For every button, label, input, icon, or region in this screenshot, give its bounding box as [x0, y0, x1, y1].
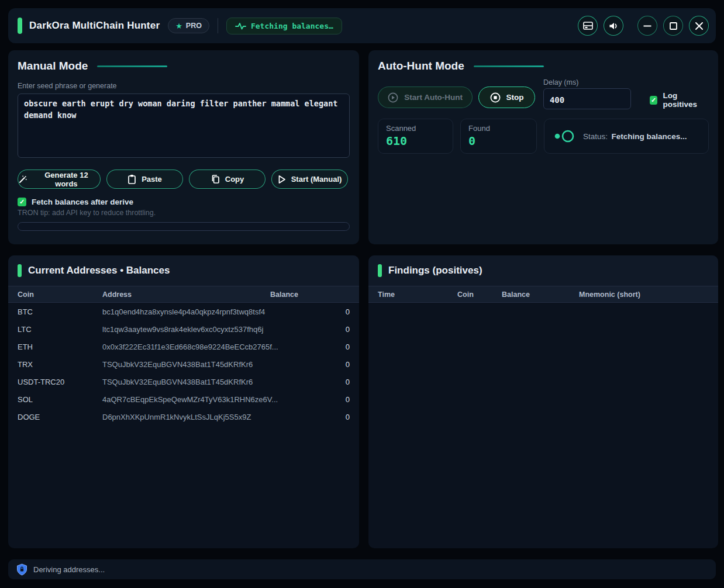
- maximize-button[interactable]: [663, 16, 683, 36]
- findings-header: Findings (positives): [368, 255, 718, 286]
- volume-icon: [609, 22, 619, 30]
- auto-hunt-panel: Auto-Hunt Mode Start Auto-Hunt Stop Dela…: [368, 50, 718, 244]
- close-icon: [695, 22, 703, 30]
- paste-button[interactable]: Paste: [106, 170, 183, 189]
- addresses-panel: Current Addresses • Balances Coin Addres…: [8, 255, 359, 548]
- table-row: TRX TSQuJbkV32EquBGVN438Bat1T45dKRfKr6 0: [8, 355, 359, 373]
- shield-lock-icon: [16, 563, 27, 576]
- circle-stop-icon: [490, 92, 501, 103]
- seed-phrase-textarea[interactable]: [18, 94, 350, 158]
- address-cell: ltc1qw3aaytew9vs8rak4eklev6xc0cyxtz537fh…: [102, 325, 270, 334]
- coin-cell: BTC: [18, 307, 102, 316]
- clipboard-icon: [127, 174, 136, 184]
- coin-cell: SOL: [18, 395, 102, 404]
- start-auto-hunt-label: Start Auto-Hunt: [404, 93, 463, 102]
- scanned-stat-card: Scanned 610: [378, 119, 453, 154]
- circle-play-icon: [388, 92, 398, 103]
- coin-cell: TRX: [18, 360, 102, 369]
- seed-phrase-label: Enter seed phrase or generate: [18, 82, 350, 90]
- pulse-icon: [235, 22, 246, 30]
- address-cell: D6pnXhXKpUnmR1kNvykLtSsJLqKj5S5x9Z: [102, 413, 270, 421]
- balance-cell: 0: [270, 413, 350, 421]
- window-controls: [578, 16, 709, 36]
- coin-cell: ETH: [18, 343, 102, 351]
- col-mnemonic: Mnemonic (short): [579, 290, 709, 299]
- table-row: SOL 4aQR7cBEqpEkSpeQewMZr4TyV63k1RHN6ze6…: [8, 390, 359, 408]
- findings-title: Findings (positives): [388, 265, 482, 276]
- pro-badge: ★ PRO: [168, 18, 209, 33]
- fetch-balances-checkbox[interactable]: ✓: [18, 198, 26, 206]
- title-accent-bar: [18, 18, 22, 34]
- section-accent-bar: [378, 264, 382, 277]
- start-manual-label: Start (Manual): [291, 175, 342, 184]
- sound-button[interactable]: [604, 16, 623, 36]
- address-cell: bc1q0end4hza8xynsle4p4a0qkpz4rpnf3twq8ts…: [102, 307, 270, 316]
- copy-label: Copy: [225, 175, 244, 184]
- findings-table-header: Time Coin Balance Mnemonic (short): [368, 286, 718, 303]
- col-balance: Balance: [270, 290, 350, 299]
- statusbar: Deriving addresses...: [8, 559, 716, 579]
- manual-mode-panel: Manual Mode Enter seed phrase or generat…: [8, 50, 359, 244]
- table-row: BTC bc1q0end4hza8xynsle4p4a0qkpz4rpnf3tw…: [8, 303, 359, 320]
- heading-underline: [97, 65, 167, 67]
- magic-wand-icon: [18, 175, 27, 184]
- balance-cell: 0: [270, 343, 350, 351]
- manual-mode-title: Manual Mode: [18, 60, 88, 72]
- table-row: ETH 0x0x3f222Ec31f1e3Ed668c98e9224BeECcb…: [8, 338, 359, 355]
- coin-cell: LTC: [18, 325, 102, 334]
- coin-cell: DOGE: [18, 413, 102, 421]
- start-manual-button[interactable]: Start (Manual): [271, 170, 348, 189]
- statusbar-text: Deriving addresses...: [33, 565, 105, 574]
- play-icon: [278, 175, 286, 184]
- fetch-balances-label: Fetch balances after derive: [32, 198, 133, 206]
- found-value: 0: [468, 134, 529, 148]
- found-stat-card: Found 0: [460, 119, 537, 154]
- balance-cell: 0: [270, 307, 350, 316]
- scanned-label: Scanned: [386, 124, 445, 133]
- status-card: Status: Fetching balances...: [544, 119, 709, 154]
- minimize-button[interactable]: [637, 16, 657, 36]
- minimize-icon: [643, 25, 651, 27]
- table-row: DOGE D6pnXhXKpUnmR1kNvykLtSsJLqKj5S5x9Z …: [8, 408, 359, 426]
- stop-label: Stop: [506, 93, 524, 102]
- col-coin: Coin: [18, 290, 102, 299]
- generate-words-button[interactable]: Generate 12 words: [18, 170, 101, 189]
- address-cell: 0x0x3f222Ec31f1e3Ed668c98e9224BeECcb2765…: [102, 343, 270, 351]
- delay-label: Delay (ms): [543, 78, 631, 87]
- balance-cell: 0: [270, 378, 350, 386]
- coin-cell: USDT-TRC20: [18, 378, 102, 386]
- spinner-icon: [554, 129, 575, 144]
- balance-cell: 0: [270, 360, 350, 369]
- addresses-header: Current Addresses • Balances: [8, 255, 359, 286]
- copy-icon: [211, 174, 220, 184]
- panel-toggle-button[interactable]: [578, 16, 598, 36]
- address-cell: 4aQR7cBEqpEkSpeQewMZr4TyV63k1RHN6ze6V...: [102, 395, 270, 404]
- maximize-icon: [670, 22, 677, 30]
- status-value: Fetching balances...: [611, 132, 687, 141]
- copy-button[interactable]: Copy: [189, 170, 266, 189]
- table-row: USDT-TRC20 TSQuJbkV32EquBGVN438Bat1T45dK…: [8, 373, 359, 390]
- col-time: Time: [378, 290, 457, 299]
- api-key-input[interactable]: [18, 222, 350, 231]
- log-positives-checkbox[interactable]: ✓: [650, 96, 658, 105]
- address-cell: TSQuJbkV32EquBGVN438Bat1T45dKRfKr6: [102, 360, 270, 369]
- address-cell: TSQuJbkV32EquBGVN438Bat1T45dKRfKr6: [102, 378, 270, 386]
- heading-underline: [474, 65, 544, 67]
- close-button[interactable]: [689, 16, 709, 36]
- start-auto-hunt-button[interactable]: Start Auto-Hunt: [378, 87, 473, 108]
- log-positives-label: Log positives: [663, 91, 709, 109]
- addresses-title: Current Addresses • Balances: [28, 265, 170, 276]
- star-icon: ★: [175, 22, 182, 30]
- col-balance: Balance: [502, 290, 579, 299]
- generate-words-label: Generate 12 words: [33, 171, 100, 188]
- pro-badge-label: PRO: [186, 22, 202, 30]
- stop-button[interactable]: Stop: [478, 87, 535, 108]
- balance-cell: 0: [270, 325, 350, 334]
- addresses-table-header: Coin Address Balance: [8, 286, 359, 303]
- delay-input[interactable]: [543, 88, 631, 109]
- auto-hunt-title: Auto-Hunt Mode: [378, 60, 464, 72]
- titlebar-separator: [218, 18, 218, 33]
- status-label: Status:: [583, 132, 608, 141]
- col-address: Address: [102, 290, 270, 299]
- paste-label: Paste: [142, 175, 162, 184]
